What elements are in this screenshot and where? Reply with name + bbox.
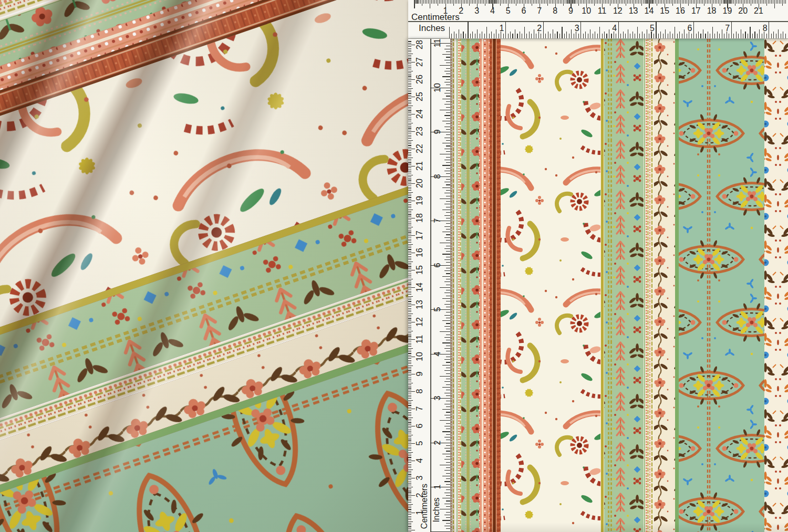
cm-number: 22 xyxy=(415,144,424,153)
cm-tick xyxy=(554,0,554,4)
cm-tick xyxy=(447,0,448,4)
inch-tick xyxy=(444,459,450,460)
cm-tick xyxy=(408,228,411,229)
cm-tick xyxy=(453,0,454,6)
horizontal-inch-label: Inches xyxy=(419,23,445,34)
cm-tick xyxy=(408,185,411,185)
cm-tick xyxy=(533,0,534,4)
cm-tick xyxy=(578,0,579,6)
cm-tick xyxy=(724,0,724,4)
cm-tick xyxy=(706,0,706,4)
inch-tick xyxy=(444,138,450,138)
cm-number: 8 xyxy=(553,6,557,16)
cm-tick xyxy=(472,0,473,4)
cm-tick xyxy=(408,178,411,179)
inch-tick xyxy=(446,51,450,52)
cm-tick xyxy=(408,173,411,173)
cm-tick xyxy=(408,210,413,210)
cm-tick xyxy=(669,0,670,4)
inch-tick xyxy=(766,34,767,38)
cm-tick xyxy=(408,445,411,445)
inch-tick xyxy=(583,34,584,38)
cm-tick xyxy=(408,306,411,307)
cm-tick xyxy=(760,0,761,4)
cm-tick xyxy=(482,0,482,4)
inch-tick xyxy=(446,335,450,335)
cm-tick xyxy=(408,526,411,527)
cm-tick xyxy=(479,0,479,4)
inch-tick xyxy=(446,323,450,324)
inch-tick xyxy=(446,312,450,312)
cm-number: 16 xyxy=(415,248,424,257)
cm-tick xyxy=(408,76,411,76)
cm-tick xyxy=(735,0,735,6)
cm-tick xyxy=(647,0,648,4)
cm-tick xyxy=(408,500,411,501)
inch-tick xyxy=(486,27,487,38)
vertical-inch-label: Inches xyxy=(432,497,441,522)
inch-tick xyxy=(741,29,741,38)
inch-tick xyxy=(446,478,450,479)
inch-tick xyxy=(548,32,548,38)
cm-tick xyxy=(408,412,411,413)
cm-tick xyxy=(408,46,411,47)
cm-number: 27 xyxy=(415,57,424,67)
cm-tick xyxy=(668,0,668,4)
inch-tick xyxy=(759,29,760,38)
inch-tick xyxy=(444,381,450,382)
cm-tick xyxy=(408,223,411,224)
cm-tick xyxy=(408,57,411,57)
inch-tick xyxy=(442,121,450,121)
inch-tick xyxy=(444,315,450,316)
cm-tick xyxy=(450,0,451,4)
inch-tick xyxy=(446,495,450,496)
cm-tick xyxy=(408,400,413,401)
cm-tick xyxy=(408,265,411,265)
inch-tick xyxy=(440,287,450,288)
cm-tick xyxy=(613,0,614,4)
cm-tick xyxy=(623,0,623,4)
cm-tick xyxy=(585,0,585,4)
cm-tick xyxy=(589,0,590,4)
cm-tick xyxy=(408,106,413,106)
cm-tick xyxy=(752,0,753,4)
cm-tick xyxy=(408,201,415,201)
cm-tick xyxy=(408,175,413,175)
cm-tick xyxy=(408,230,411,231)
vertical-ruler: Centimeters Inches 123456789101112131415… xyxy=(408,39,450,532)
inch-tick xyxy=(442,498,450,498)
inch-tick xyxy=(597,34,598,38)
inch-tick xyxy=(440,110,450,110)
cm-number: 3 xyxy=(474,6,479,16)
cm-tick xyxy=(408,237,411,237)
cm-tick xyxy=(408,249,411,249)
inch-tick xyxy=(491,32,492,38)
inch-tick xyxy=(625,34,626,38)
inch-number: 6 xyxy=(433,263,442,267)
cm-tick xyxy=(408,235,415,236)
cm-tick xyxy=(408,466,411,466)
cm-tick xyxy=(408,170,411,170)
cm-tick xyxy=(408,414,411,414)
ruler-divider xyxy=(430,39,431,532)
cm-tick xyxy=(572,0,573,4)
cm-tick xyxy=(408,50,411,50)
inch-tick xyxy=(526,34,527,38)
cm-tick xyxy=(420,0,421,4)
inch-tick xyxy=(564,34,565,38)
cm-tick xyxy=(594,0,595,6)
inch-number: 7 xyxy=(725,24,730,33)
swatch-edge-shadow xyxy=(450,39,788,532)
inch-tick xyxy=(771,34,772,38)
cm-tick xyxy=(575,0,576,4)
cm-tick xyxy=(408,320,411,321)
inch-tick xyxy=(446,429,450,429)
cm-tick xyxy=(672,0,673,6)
inch-tick xyxy=(446,223,450,224)
cm-tick xyxy=(408,338,411,338)
cm-tick xyxy=(627,0,628,4)
cm-tick xyxy=(408,492,411,492)
cm-tick xyxy=(408,110,411,111)
cm-number: 9 xyxy=(415,372,424,377)
cm-tick xyxy=(408,93,411,93)
